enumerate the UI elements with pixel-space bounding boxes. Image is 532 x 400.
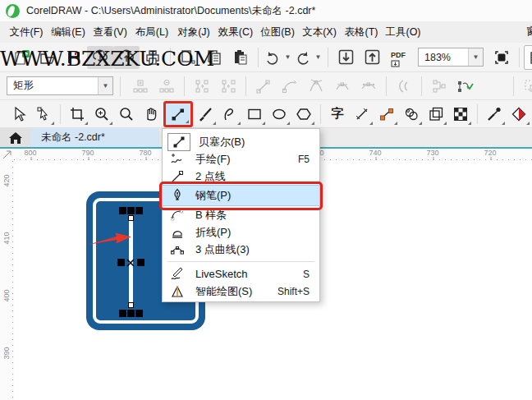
ruler-options-icon[interactable]	[524, 45, 532, 70]
selection-handle[interactable]	[127, 310, 135, 317]
eyedropper-tool[interactable]	[482, 102, 507, 126]
document-tab-label: 未命名 -2.cdr*	[41, 131, 105, 145]
convert-to-line-icon[interactable]	[250, 75, 277, 98]
interactive-fill-tool[interactable]	[507, 102, 531, 126]
menu-item-2-point-line[interactable]: 2 点线	[163, 168, 319, 185]
menu-effects[interactable]: 效果(C)	[216, 22, 255, 42]
reverse-direction-icon[interactable]	[391, 75, 417, 98]
menu-table[interactable]: 表格(T)	[342, 22, 381, 42]
selection-handle[interactable]	[127, 207, 135, 214]
crop-tool[interactable]	[65, 102, 89, 126]
undo-dropdown-icon[interactable]: ▼	[282, 46, 293, 69]
preset-combobox[interactable]: 矩形 ▼	[7, 76, 113, 95]
ellipse-tool[interactable]	[267, 102, 291, 126]
zoom-level-value: 183%	[419, 52, 468, 63]
line-node[interactable]	[128, 302, 134, 308]
paste-icon[interactable]	[227, 46, 254, 69]
selection-handle[interactable]	[135, 207, 143, 214]
text-tool[interactable]: 字	[325, 102, 350, 126]
delete-nodes-icon[interactable]	[154, 75, 180, 98]
symmetrical-node-icon[interactable]	[355, 75, 382, 98]
menu-item-smart-drawing[interactable]: 智能绘图(S) Shift+S	[163, 283, 319, 300]
shadow-tool[interactable]	[399, 102, 424, 126]
redo-icon[interactable]	[293, 46, 313, 69]
divider	[245, 76, 246, 96]
extract-subpath-icon[interactable]	[426, 75, 452, 98]
menu-item-bezier[interactable]: 贝塞尔(B)	[163, 133, 319, 150]
menu-item-3-point-curve[interactable]: 3 点曲线(3)	[163, 241, 319, 258]
menu-object[interactable]: 对象(J)	[174, 22, 213, 42]
ruler-label: 410	[2, 232, 11, 244]
pick-tool[interactable]	[7, 102, 31, 126]
pan-tool[interactable]	[139, 102, 163, 126]
object-center-marker[interactable]	[126, 258, 135, 268]
selection-handle[interactable]	[137, 259, 144, 266]
contour-tool[interactable]	[424, 102, 448, 126]
home-tab-button[interactable]	[0, 128, 31, 147]
menu-window-clipped[interactable]: 窗	[526, 25, 532, 39]
smooth-node-icon[interactable]	[329, 75, 355, 98]
undo-icon[interactable]	[263, 46, 282, 69]
polygon-tool[interactable]	[291, 102, 316, 126]
publish-pdf-icon[interactable]: PDF	[385, 46, 411, 69]
zoom-secondary-tool[interactable]	[114, 102, 139, 126]
divider	[386, 76, 387, 96]
menu-item-b-spline[interactable]: B 样条	[163, 206, 319, 223]
zoom-dropdown-icon[interactable]: ▼	[468, 48, 483, 66]
menu-text[interactable]: 文本(X)	[300, 22, 339, 42]
join-nodes-icon[interactable]	[215, 75, 241, 98]
menu-item-pen[interactable]: 钢笔(P)	[163, 185, 319, 206]
divider	[421, 76, 422, 96]
import-icon[interactable]	[332, 46, 359, 69]
menu-edit[interactable]: 编辑(E)	[48, 22, 88, 42]
selection-handle[interactable]	[117, 259, 125, 266]
bezier-icon	[167, 133, 190, 151]
active-document-tab[interactable]: 未命名 -2.cdr*	[31, 128, 159, 147]
livesketch-icon	[167, 267, 187, 282]
menu-layout[interactable]: 布局(L)	[132, 22, 172, 42]
selection-handle[interactable]	[119, 207, 126, 214]
add-nodes-icon[interactable]	[127, 75, 154, 98]
menu-view[interactable]: 查看(V)	[90, 22, 130, 42]
menu-item-livesketch[interactable]: LiveSketch S	[163, 265, 319, 283]
zoom-level-combobox[interactable]: 183% ▼	[418, 48, 484, 67]
ruler-label: 400	[2, 289, 11, 301]
menu-tools[interactable]: 工具(O)	[383, 22, 423, 42]
selection-handle[interactable]	[135, 310, 143, 317]
vertical-ruler: 420 410 400 390	[0, 161, 14, 400]
divider	[120, 76, 121, 96]
shape-tool[interactable]	[31, 102, 56, 126]
2-point-line-tool[interactable]	[163, 101, 193, 127]
box-align-icon[interactable]	[518, 75, 532, 98]
rectangle-tool[interactable]	[242, 102, 267, 126]
select-all-nodes-icon[interactable]	[452, 75, 479, 98]
convert-to-curve-icon[interactable]	[277, 75, 303, 98]
menu-bitmaps[interactable]: 位图(B)	[258, 22, 297, 42]
redo-dropdown-icon[interactable]: ▼	[313, 46, 323, 69]
transparency-tool[interactable]	[448, 102, 473, 126]
zoom-tool[interactable]	[89, 102, 114, 126]
menu-file[interactable]: 文件(F)	[7, 22, 46, 42]
ruler-origin[interactable]	[0, 149, 15, 162]
loop-curve-tool[interactable]	[218, 102, 242, 126]
menu-item-freehand[interactable]: 手绘(F) F5	[163, 150, 319, 168]
artistic-media-tool[interactable]	[193, 102, 218, 126]
cusp-node-icon[interactable]	[303, 75, 329, 98]
menu-item-shortcut: F5	[298, 154, 313, 165]
b-spline-icon	[167, 208, 187, 223]
full-screen-preview-icon[interactable]	[488, 46, 515, 69]
line-node[interactable]	[128, 215, 134, 221]
break-curve-icon[interactable]	[189, 75, 215, 98]
preset-value: 矩形	[7, 79, 98, 93]
ruler-label: 780	[139, 149, 151, 157]
curve-tools-flyout-menu: 贝塞尔(B) 手绘(F) F5 2 点线 钢笔(P) B 样条 折线(P)	[162, 128, 320, 302]
connector-tool[interactable]	[374, 102, 399, 126]
menu-item-polyline[interactable]: 折线(P)	[163, 223, 319, 241]
export-icon[interactable]	[359, 46, 385, 69]
property-bar: 矩形 ▼	[0, 72, 532, 100]
red-arrow-annotation	[86, 228, 135, 248]
dimension-tool[interactable]	[350, 102, 374, 126]
selection-handle[interactable]	[119, 310, 126, 317]
divider	[513, 76, 514, 96]
preset-dropdown-icon[interactable]: ▼	[98, 77, 112, 94]
